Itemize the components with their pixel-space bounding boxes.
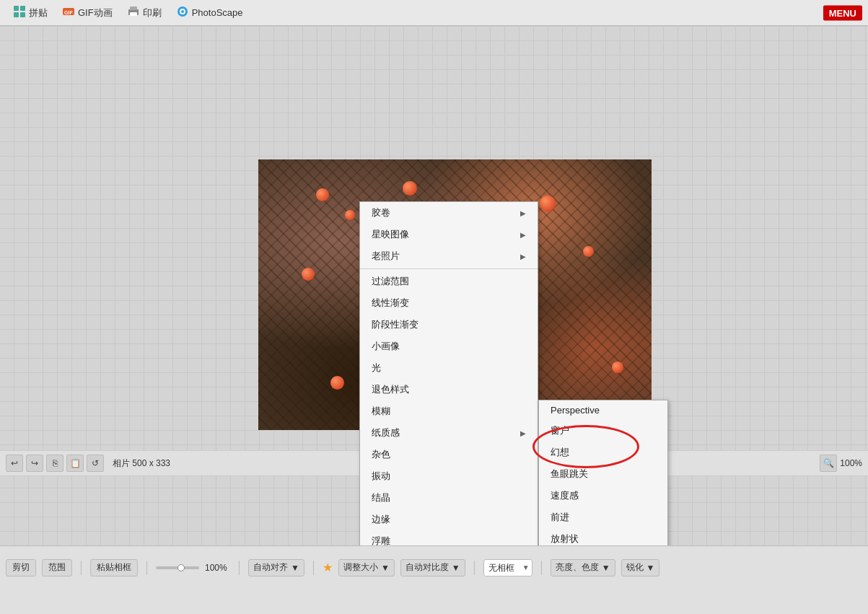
menu-item-linear-gradient[interactable]: 线性渐变 [360, 292, 538, 314]
distort-fantasy[interactable]: 幻想 [539, 442, 667, 463]
svg-rect-8 [130, 12, 137, 16]
redo-button[interactable]: ↪ [26, 455, 43, 472]
zoom-magnifier-icon[interactable]: 🔍 [820, 455, 837, 472]
photoscape-label: PhotoScape [192, 7, 243, 18]
separator-3 [239, 561, 240, 575]
auto-align-button[interactable]: 自动对齐 ▼ [248, 559, 304, 576]
distort-fisheye[interactable]: 鱼眼跳关 [539, 463, 667, 485]
copy-button[interactable]: ⎘ [46, 455, 63, 472]
photoscape-tab[interactable]: PhotoScape [169, 2, 250, 23]
menu-item-noise[interactable]: 杂色 [360, 444, 538, 465]
berry-6 [583, 246, 594, 257]
sharpen-button[interactable]: 锐化 ▼ [621, 559, 660, 576]
arrow-icon: ▶ [520, 231, 526, 239]
berry-11 [330, 376, 344, 390]
menu-item-fade-style[interactable]: 退色样式 [360, 379, 538, 400]
paste-button[interactable]: 📋 [66, 455, 84, 472]
arrow-icon: ▶ [520, 253, 526, 260]
berry-10 [612, 361, 623, 373]
bottom-main-strip: 剪切 范围 粘贴相框 100% 自动对齐 ▼ ★ 调整大小 ▼ 自动对比度 ▼ [0, 546, 868, 589]
undo-button[interactable]: ↩ [6, 455, 23, 472]
opacity-slider[interactable] [156, 566, 199, 569]
berry-2 [345, 210, 355, 220]
chevron-down-icon: ▼ [602, 563, 610, 573]
separator-1 [81, 561, 82, 575]
berry-7 [302, 268, 315, 281]
favorite-star-icon[interactable]: ★ [323, 561, 333, 574]
menu-item-emboss[interactable]: 浮雕 [360, 530, 538, 545]
distort-speed[interactable]: 速度感 [539, 485, 667, 506]
distort-advance[interactable]: 前进 [539, 506, 667, 528]
collage-tab[interactable]: 拼贴 [6, 2, 55, 23]
print-label: 印刷 [143, 6, 162, 19]
svg-rect-1 [20, 6, 25, 11]
menu-item-old-photo[interactable]: 老照片 ▶ [360, 245, 538, 267]
divider [360, 268, 538, 269]
menu-item-light[interactable]: 光 [360, 357, 538, 379]
frame-select-dropdown[interactable]: 无相框 [483, 559, 532, 576]
bottom-toolbar: 剪切 范围 粘贴相框 100% 自动对齐 ▼ ★ 调整大小 ▼ 自动对比度 ▼ [0, 545, 868, 614]
photoscape-icon [176, 5, 189, 20]
menu-item-small-image[interactable]: 小画像 [360, 335, 538, 357]
chevron-down-icon: ▼ [381, 563, 390, 573]
menu-item-film[interactable]: 胶卷 ▶ [360, 202, 538, 224]
distort-radial[interactable]: 放射状 [539, 528, 667, 545]
menu-item-vibration[interactable]: 振动 [360, 465, 538, 487]
gif-label: GIF动画 [78, 6, 113, 19]
menu-item-paper-texture[interactable]: 纸质感 ▶ [360, 422, 538, 444]
menu-item-stage-gradient[interactable]: 阶段性渐变 [360, 314, 538, 335]
svg-rect-2 [14, 12, 19, 17]
auto-contrast-button[interactable]: 自动对比度 ▼ [400, 559, 465, 576]
print-icon [127, 5, 140, 20]
top-bar: 拼贴 GIF GIF动画 印刷 PhotoScape MENU [0, 0, 868, 26]
separator-6 [541, 561, 542, 575]
distort-window[interactable]: 窗户 [539, 420, 667, 442]
submenu-distort: Perspective 窗户 幻想 鱼眼跳关 速度感 前进 放射状 波浪 波涡 [538, 400, 668, 545]
separator-2 [146, 561, 147, 575]
arrow-icon: ▶ [520, 429, 526, 437]
svg-text:GIF: GIF [64, 10, 73, 15]
svg-rect-7 [130, 6, 137, 10]
separator-4 [313, 561, 314, 575]
menu-item-filter-range[interactable]: 过滤范围 [360, 271, 538, 292]
frame-selector[interactable]: 无相框 ▼ [483, 559, 532, 576]
menu-item-edge[interactable]: 边缘 [360, 509, 538, 530]
berry-3 [403, 181, 417, 196]
menu-item-crystal[interactable]: 结晶 [360, 487, 538, 509]
menu-item-star-image[interactable]: 星映图像 ▶ [360, 224, 538, 245]
collage-icon [13, 5, 26, 20]
gif-tab[interactable]: GIF GIF动画 [55, 2, 120, 23]
menu-item-blur[interactable]: 模糊 [360, 400, 538, 422]
photo-size-label: 相片 500 x 333 [107, 457, 176, 470]
opacity-label: 100% [205, 563, 230, 573]
distort-perspective[interactable]: Perspective [539, 400, 667, 420]
brightness-button[interactable]: 亮度、色度 ▼ [551, 559, 615, 576]
svg-point-11 [181, 10, 184, 13]
paste-frame-button[interactable]: 粘贴相框 [90, 559, 138, 576]
canvas-area: 胶卷 ▶ 星映图像 ▶ 老照片 ▶ 过滤范围 线性渐变 阶段性渐变 小画像 光 … [0, 26, 868, 545]
resize-button[interactable]: 调整大小 ▼ [338, 559, 395, 576]
chevron-down-icon: ▼ [646, 563, 655, 573]
chevron-down-icon: ▼ [452, 563, 460, 573]
arrow-icon: ▶ [520, 209, 526, 217]
svg-rect-0 [14, 6, 19, 11]
print-tab[interactable]: 印刷 [120, 2, 169, 23]
context-menu: 胶卷 ▶ 星映图像 ▶ 老照片 ▶ 过滤范围 线性渐变 阶段性渐变 小画像 光 … [359, 201, 538, 545]
gif-icon: GIF [62, 5, 75, 20]
slider-thumb[interactable] [177, 564, 185, 571]
svg-rect-3 [20, 12, 25, 17]
zoom-label: 100% [840, 458, 862, 468]
chevron-down-icon: ▼ [291, 563, 299, 573]
cut-button[interactable]: 剪切 [6, 559, 36, 576]
collage-label: 拼贴 [29, 6, 48, 19]
berry-5 [540, 196, 556, 211]
separator-5 [474, 561, 475, 575]
range-button[interactable]: 范围 [42, 559, 72, 576]
refresh-button[interactable]: ↺ [87, 455, 104, 472]
berry-1 [316, 188, 329, 201]
menu-button[interactable]: MENU [823, 5, 862, 20]
